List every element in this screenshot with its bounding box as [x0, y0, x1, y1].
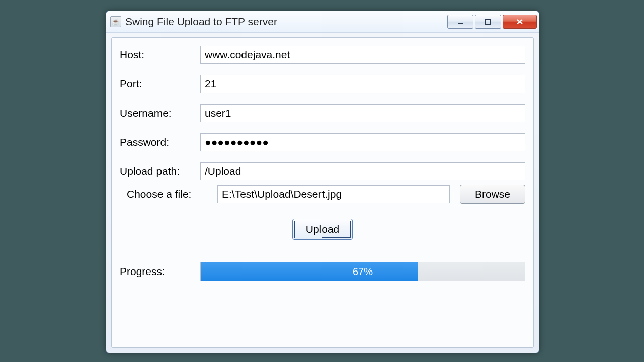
username-label: Username: [120, 107, 200, 119]
username-field[interactable] [200, 104, 525, 122]
app-window: ☕ Swing File Upload to FTP server Host: … [106, 11, 539, 353]
progress-row: Progress: 67% [120, 262, 525, 281]
host-label: Host: [120, 49, 200, 61]
browse-button[interactable]: Browse [460, 185, 525, 204]
minimize-button[interactable] [447, 15, 473, 29]
minimize-icon [457, 18, 464, 25]
host-field[interactable] [200, 46, 525, 64]
choose-file-row: Choose a file: Browse [120, 185, 525, 204]
port-label: Port: [120, 78, 200, 90]
password-label: Password: [120, 136, 200, 148]
file-path-field[interactable] [217, 185, 450, 203]
upload-button[interactable]: Upload [292, 219, 353, 240]
window-title: Swing File Upload to FTP server [125, 16, 277, 28]
client-area: Host: Port: Username: Password: Upload p… [111, 37, 534, 348]
close-icon [516, 18, 524, 25]
progress-bar: 67% [200, 262, 525, 281]
port-field[interactable] [200, 75, 525, 93]
progress-text: 67% [201, 262, 525, 281]
upload-path-field[interactable] [200, 162, 525, 180]
upload-path-label: Upload path: [120, 165, 200, 177]
password-field[interactable] [200, 133, 525, 151]
ftp-settings-form: Host: Port: Username: Password: Upload p… [120, 46, 525, 180]
upload-row: Upload [120, 219, 525, 240]
maximize-icon [485, 18, 492, 25]
java-icon: ☕ [110, 16, 121, 27]
maximize-button[interactable] [475, 15, 501, 29]
close-button[interactable] [503, 15, 537, 29]
svg-rect-1 [486, 19, 491, 24]
titlebar[interactable]: ☕ Swing File Upload to FTP server [106, 11, 539, 33]
progress-label: Progress: [120, 265, 200, 278]
window-controls [446, 15, 537, 29]
choose-file-label: Choose a file: [120, 188, 207, 200]
